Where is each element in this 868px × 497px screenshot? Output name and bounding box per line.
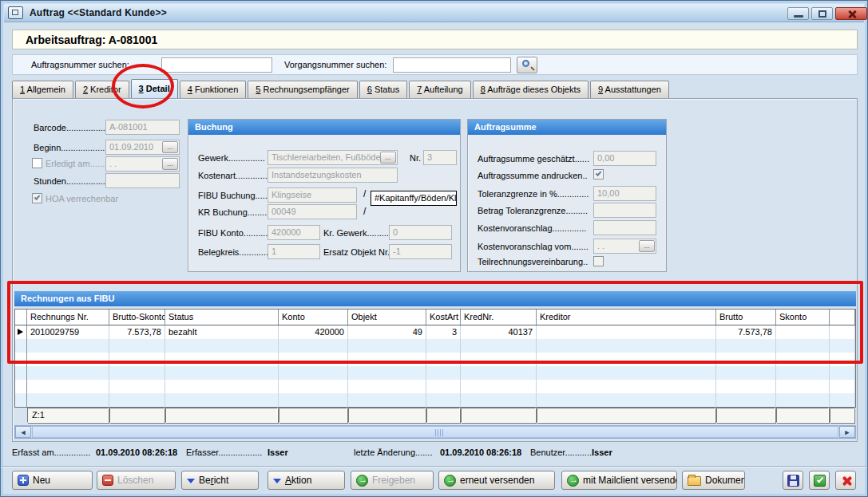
button-label: Aktion <box>285 475 311 486</box>
table-cell <box>279 393 348 407</box>
row-marker-cell <box>15 339 27 353</box>
scroll-left-button[interactable]: ◄ <box>15 426 31 438</box>
gewerk-field[interactable]: Tischlereiarbeiten, Fußböden u <box>268 150 398 165</box>
fibu-buchung-extra-field[interactable]: #Kapitanffy/Böden/Kling: <box>371 191 457 206</box>
search-icon <box>522 60 529 67</box>
kostenart-field[interactable]: Instandsetzungskosten <box>268 168 398 183</box>
header-cell: Brutto <box>716 310 776 325</box>
header-cell: Objekt <box>348 310 426 325</box>
horizontal-scrollbar[interactable]: ◄ ► <box>14 425 856 439</box>
mailclient-button[interactable]: mit Mailclient versenden <box>561 471 677 490</box>
auftragsnummer-suchen-input[interactable] <box>161 57 272 73</box>
freigeben-button[interactable]: Freigeben <box>351 471 434 490</box>
save-button[interactable] <box>783 471 803 490</box>
betrag-toleranzgrenze-field[interactable] <box>593 203 656 218</box>
minimize-button[interactable] <box>787 7 809 20</box>
dokumente-button[interactable]: Dokumente <box>682 471 745 490</box>
ersatz-objekt-field[interactable]: -1 <box>389 244 452 259</box>
table-cell <box>716 380 776 393</box>
tab-2-kreditor[interactable]: 2 Kreditor <box>75 81 129 98</box>
cancel-button[interactable] <box>835 471 856 490</box>
table-cell: 40137 <box>461 325 537 339</box>
auftragsumme-group: Auftragsumme Auftragsumme geschätzt.....… <box>467 119 667 272</box>
scrollbar-thumb[interactable] <box>32 426 838 438</box>
table-cell <box>461 393 537 407</box>
table-cell <box>426 366 461 380</box>
table-cell <box>776 380 830 393</box>
table-cell <box>279 380 348 393</box>
kostenvoranschlag-field[interactable] <box>593 220 656 235</box>
tab-8-aufträge-dieses-objekts[interactable]: 8 Aufträge dieses Objekts <box>473 81 589 98</box>
fibu-buchung-field[interactable]: Klingseise <box>268 187 357 203</box>
table-row[interactable] <box>15 366 855 380</box>
erneut-versenden-button[interactable]: erneut versenden <box>438 471 555 490</box>
confirm-button[interactable] <box>809 471 830 490</box>
table-cell <box>165 366 279 380</box>
andrucken-checkbox[interactable] <box>593 169 604 179</box>
table-cell <box>426 393 461 407</box>
table-cell: 7.573,78 <box>716 325 776 339</box>
search-button[interactable] <box>517 57 537 73</box>
erledigt-checkbox[interactable] <box>32 158 42 168</box>
header-cell <box>830 310 855 325</box>
erfasst-am-value: 01.09.2010 08:26:18 <box>96 448 177 457</box>
table-row[interactable] <box>15 380 855 393</box>
table-row[interactable] <box>15 353 855 366</box>
erledigt-picker-button[interactable]: ... <box>162 158 178 170</box>
auftragsumme-geschaetzt-field[interactable]: 0,00 <box>593 151 656 166</box>
tab-1-allgemein[interactable]: 1 Allgemein <box>12 81 73 98</box>
titlebar[interactable]: Auftrag <<Standard Kunde>> <box>4 4 864 22</box>
tab-4-funktionen[interactable]: 4 Funktionen <box>180 81 247 98</box>
fibu-konto-field[interactable]: 420000 <box>268 225 320 240</box>
button-label: erneut versenden <box>460 475 534 486</box>
teilrechnung-checkbox[interactable] <box>593 256 604 266</box>
maximize-button[interactable] <box>811 7 833 20</box>
table-cell <box>348 380 426 393</box>
barcode-label: Barcode................... <box>34 123 113 132</box>
fibu-table: Rechnungs Nr.Brutto-SkontoStatusKontoObj… <box>14 309 856 408</box>
toleranzgrenze-label: Toleranzgrenze in %............. <box>478 189 589 199</box>
loeschen-button[interactable]: Löschen <box>97 471 176 490</box>
app-icon[interactable] <box>8 6 23 19</box>
table-row[interactable]: 20100297597.573,78bezahlt420000493401377… <box>15 325 855 339</box>
tab-5-rechnungsempfänger[interactable]: 5 Rechnungsempfänger <box>248 81 357 98</box>
toleranzgrenze-field[interactable]: 10,00 <box>593 186 656 201</box>
footer-cell <box>537 408 715 423</box>
tab-6-status[interactable]: 6 Status <box>359 81 407 98</box>
tab-9-ausstattungen[interactable]: 9 Ausstattungen <box>590 81 669 98</box>
belegkreis-label: Belegkreis............ <box>198 247 268 257</box>
letzte-aenderung-label: letzte Änderung....... <box>354 448 432 457</box>
table-row[interactable] <box>15 339 855 353</box>
table-cell <box>830 339 855 353</box>
table-cell <box>426 353 461 366</box>
table-row[interactable] <box>15 393 855 407</box>
aktion-button[interactable]: Aktion <box>268 471 345 490</box>
kostenvoranschlag-vom-picker-button[interactable]: ... <box>639 240 655 252</box>
close-button[interactable] <box>835 7 867 20</box>
hoa-checkbox[interactable] <box>32 193 42 203</box>
nr-field[interactable]: 3 <box>423 150 457 165</box>
tab-7-aufteilung[interactable]: 7 Aufteilung <box>409 81 471 98</box>
table-cell <box>776 353 830 366</box>
bericht-button[interactable]: Bericht <box>181 471 259 490</box>
vorgangsnummer-suchen-input[interactable] <box>393 57 511 73</box>
barcode-field[interactable]: A-081001 <box>105 120 180 135</box>
kr-buchung-label: KR Buchung........ <box>198 207 267 217</box>
neu-button[interactable]: Neu <box>12 471 93 490</box>
slash-separator: / <box>363 206 366 217</box>
gewerk-picker-button[interactable]: ... <box>380 152 396 164</box>
tab-3-detail[interactable]: 3 Detail <box>131 79 178 98</box>
table-cell <box>426 339 461 353</box>
kr-gewerk-field[interactable]: 0 <box>389 225 452 240</box>
scroll-right-button[interactable]: ► <box>839 426 855 438</box>
fibu-buchung-label: FIBU Buchung...... <box>198 191 270 200</box>
kr-buchung-field[interactable]: 00049 <box>268 204 357 219</box>
header-cell: KredNr. <box>461 310 537 325</box>
belegkreis-field[interactable]: 1 <box>268 244 320 259</box>
page-title: Arbeitsauftrag: A-081001 <box>26 34 157 46</box>
stunden-label: Stunden.................... <box>34 176 115 186</box>
bottom-toolbar: NeuLöschenBerichtAktionFreigebenerneut v… <box>1 466 868 493</box>
beginn-picker-button[interactable]: ... <box>162 141 178 153</box>
stunden-field[interactable] <box>105 173 180 188</box>
table-cell <box>776 366 830 380</box>
